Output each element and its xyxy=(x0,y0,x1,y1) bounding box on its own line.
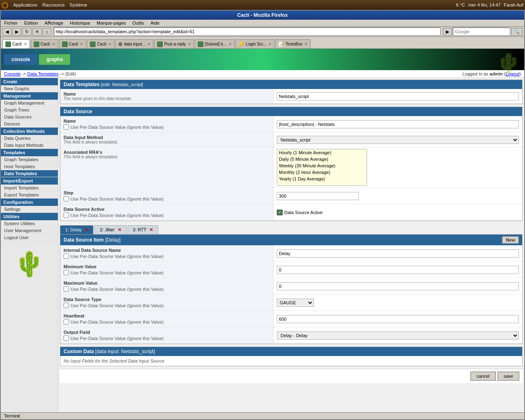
sidebar-item-host-templates[interactable]: Host Templates xyxy=(1,163,58,170)
sidebar-section-create[interactable]: Create xyxy=(1,78,58,85)
sidebar-item-import-templates[interactable]: Import Templates xyxy=(1,185,58,192)
internal-ds-name-input[interactable] xyxy=(277,249,519,258)
sidebar-section-import-export[interactable]: Import/Export xyxy=(1,177,58,185)
search-input[interactable] xyxy=(453,27,510,36)
tab-delay[interactable]: 1: Delay ✕ xyxy=(60,225,94,234)
sidebar-section-utilities[interactable]: Utilities xyxy=(1,213,58,220)
ds-type-select[interactable]: GAUGE COUNTER DERIVE ABSOLUTE xyxy=(277,299,314,307)
output-field-checkbox-row: Use Per-Data Source Value (Ignore this V… xyxy=(64,336,270,341)
ds-active-checked-checkbox[interactable]: ✓ xyxy=(277,210,283,215)
min-value-use-per-checkbox[interactable] xyxy=(64,270,69,275)
tab-close-4[interactable]: ✕ xyxy=(108,42,112,46)
sidebar-item-data-templates[interactable]: Data Templates xyxy=(1,170,58,177)
sidebar-item-data-input-methods[interactable]: Data Input Methods xyxy=(1,142,58,149)
menu-marque-pages[interactable]: Marque-pages xyxy=(97,21,126,25)
tab-close-1[interactable]: ✕ xyxy=(24,42,27,46)
sidebar-section-configuration[interactable]: Configuration xyxy=(1,199,58,206)
output-field-select[interactable]: Delay - Delay xyxy=(277,331,519,340)
tab-5[interactable]: ⚙ data input... ✕ xyxy=(115,39,153,48)
ds-name-input[interactable] xyxy=(277,120,519,128)
stop-button[interactable]: ✕ xyxy=(32,28,42,36)
cancel-button[interactable]: cancel xyxy=(470,372,496,381)
sidebar-section-management[interactable]: Management xyxy=(1,92,58,100)
sidebar-item-data-queries[interactable]: Data Queries xyxy=(1,135,58,142)
max-value-use-per-checkbox[interactable] xyxy=(64,286,69,292)
tab-1[interactable]: Cacti ✕ xyxy=(2,39,30,48)
breadcrumb-data-templates[interactable]: Data Templates xyxy=(27,71,59,76)
tab-close-7[interactable]: ✕ xyxy=(228,42,232,46)
internal-ds-name-label-cell: Internal Data Source Name Use Per-Data S… xyxy=(60,245,274,261)
tab-3[interactable]: Cacti ✕ xyxy=(59,39,87,48)
systeme-menu[interactable]: Système xyxy=(70,2,87,7)
browser-content: console graphs 🌵 Console -> Data Templat… xyxy=(1,48,524,419)
sidebar-item-system-utilities[interactable]: System Utilities xyxy=(1,220,58,227)
graphs-button[interactable]: graphs xyxy=(39,54,70,65)
console-button[interactable]: console xyxy=(4,54,37,65)
output-field-use-per-checkbox[interactable] xyxy=(64,336,69,341)
search-button[interactable]: 🔍 xyxy=(511,28,523,36)
menu-outils[interactable]: Outils xyxy=(132,21,144,25)
step-use-per-source-checkbox[interactable] xyxy=(64,196,69,201)
item-new-button[interactable]: New xyxy=(502,236,519,244)
breadcrumb-console[interactable]: Console xyxy=(4,71,21,76)
home-button[interactable]: ⌂ xyxy=(43,28,51,35)
ds-use-per-source-checkbox[interactable] xyxy=(64,124,69,130)
ds-active-use-per-checkbox[interactable] xyxy=(64,212,69,218)
tab-close-2[interactable]: ✕ xyxy=(52,42,55,46)
sidebar-item-user-management[interactable]: User Management xyxy=(1,227,58,234)
step-input[interactable] xyxy=(277,192,359,200)
sidebar-item-settings[interactable]: Settings xyxy=(1,206,58,213)
max-value-input[interactable] xyxy=(277,282,519,290)
sidebar-item-graph-management[interactable]: Graph Management xyxy=(1,100,58,107)
sidebar-section-collection-methods[interactable]: Collection Methods xyxy=(1,128,58,135)
tab-rtt[interactable]: 3: RTT ✕ xyxy=(128,225,158,234)
tab-close-8[interactable]: ✕ xyxy=(268,42,272,46)
min-value-input[interactable] xyxy=(277,266,519,274)
tab-close-9[interactable]: ✕ xyxy=(304,42,308,46)
tab-close-6[interactable]: ✕ xyxy=(188,42,191,46)
sidebar-item-new-graphs[interactable]: New Graphs xyxy=(1,85,58,92)
applications-menu[interactable]: Applications xyxy=(13,2,37,7)
tab-2[interactable]: Cacti ✕ xyxy=(31,39,58,48)
reload-button[interactable]: ↻ xyxy=(22,28,32,36)
heartbeat-use-per-checkbox[interactable] xyxy=(64,319,69,324)
heartbeat-input[interactable] xyxy=(277,315,519,323)
forward-button[interactable]: ▶ xyxy=(12,28,21,36)
tab-jitter-close[interactable]: ✕ xyxy=(118,227,121,232)
sidebar-item-data-sources[interactable]: Data Sources xyxy=(1,114,58,121)
address-bar[interactable] xyxy=(54,27,441,36)
internal-ds-use-per-checkbox[interactable] xyxy=(64,253,69,259)
sidebar-item-logout-user[interactable]: Logout User xyxy=(1,234,58,241)
menu-aide[interactable]: Aide xyxy=(151,21,160,25)
sidebar-item-export-templates[interactable]: Export Templates xyxy=(1,192,58,199)
name-input[interactable] xyxy=(277,92,519,100)
ubuntu-icon[interactable]: ◯ xyxy=(2,2,8,8)
sidebar-item-devices[interactable]: Devices xyxy=(1,121,58,128)
menu-fichier[interactable]: Fichier xyxy=(4,21,18,25)
menu-affichage[interactable]: Affichage xyxy=(45,21,64,25)
sidebar-item-graph-trees[interactable]: Graph Trees xyxy=(1,107,58,114)
rra-select[interactable]: Hourly (1 Minute Average) Daily (5 Minut… xyxy=(277,149,367,186)
tab-jitter[interactable]: 2: Jitter ✕ xyxy=(94,225,126,234)
tab-7[interactable]: [Solved] h... ✕ xyxy=(195,39,235,48)
tab-4[interactable]: Cacti ✕ xyxy=(87,39,114,48)
tab-close-3[interactable]: ✕ xyxy=(80,42,83,46)
sidebar-item-graph-templates[interactable]: Graph Templates xyxy=(1,156,58,163)
status-text: Terminé xyxy=(4,413,20,418)
menu-historique[interactable]: Historique xyxy=(70,21,90,25)
ds-type-use-per-checkbox[interactable] xyxy=(64,303,69,308)
menu-edition[interactable]: Édition xyxy=(24,21,38,25)
go-button[interactable]: ▶ xyxy=(443,28,452,36)
back-button[interactable]: ◀ xyxy=(2,28,11,36)
sidebar-section-templates[interactable]: Templates xyxy=(1,149,58,156)
tab-rtt-close[interactable]: ✕ xyxy=(149,227,153,232)
tab-8[interactable]: 🔑 Login Scr... ✕ xyxy=(235,39,274,48)
raccourcis-menu[interactable]: Raccourcis xyxy=(42,2,64,7)
tab-9[interactable]: 📝 TextoBox ✕ xyxy=(275,39,310,48)
tab-delay-close[interactable]: ✕ xyxy=(84,227,88,232)
tab-close-5[interactable]: ✕ xyxy=(147,42,151,46)
save-button[interactable]: save xyxy=(498,372,519,381)
tab-6[interactable]: Post a reply ✕ xyxy=(154,39,194,48)
data-input-select[interactable]: Netstats_script xyxy=(277,136,519,144)
ds-use-per-source-label: Use Per-Data Source Value (Ignore this V… xyxy=(64,124,270,130)
